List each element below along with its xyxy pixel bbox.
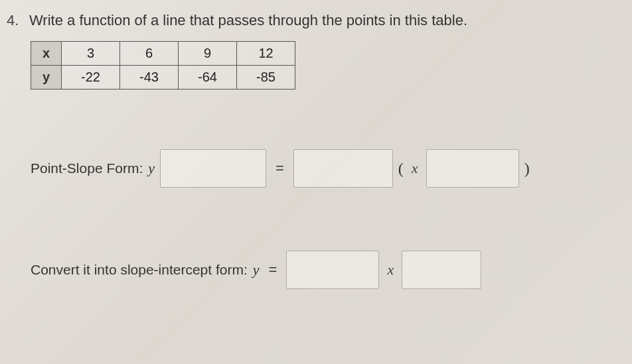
x-variable: x: [387, 261, 394, 278]
y-row-label: y: [31, 66, 62, 90]
question-text: Write a function of a line that passes t…: [29, 12, 467, 29]
equals-sign: =: [276, 160, 284, 177]
blank-input-3[interactable]: [426, 149, 519, 188]
y-cell: -22: [62, 66, 120, 90]
y-cell: -43: [120, 66, 179, 90]
y-cell: -64: [179, 66, 237, 90]
x-cell: 9: [179, 42, 237, 66]
x-row-label: x: [31, 42, 62, 66]
slope-intercept-label: Convert it into slope-intercept form:: [31, 262, 248, 278]
x-variable: x: [412, 160, 418, 177]
x-cell: 3: [62, 42, 120, 66]
y-cell: -85: [237, 66, 295, 90]
y-variable: y: [148, 160, 155, 177]
point-slope-label: Point-Slope Form:: [31, 160, 143, 176]
blank-input-2[interactable]: [293, 149, 393, 188]
y-variable: y: [253, 261, 260, 278]
question-number: 4.: [7, 12, 23, 29]
table-row: x 3 6 9 12: [31, 42, 295, 66]
close-paren: ): [524, 160, 530, 178]
table-row: y -22 -43 -64 -85: [31, 66, 295, 90]
point-slope-row: Point-Slope Form:y = (x ): [31, 149, 612, 188]
data-table: x 3 6 9 12 y -22 -43 -64 -85: [31, 41, 612, 90]
question-row: 4. Write a function of a line that passe…: [7, 12, 612, 29]
blank-input-1[interactable]: [160, 149, 266, 188]
x-cell: 12: [237, 42, 295, 66]
blank-input-5[interactable]: [402, 251, 481, 289]
equals-sign: =: [269, 261, 277, 278]
blank-input-4[interactable]: [286, 251, 379, 289]
x-cell: 6: [120, 42, 179, 66]
slope-intercept-row: Convert it into slope-intercept form:y =…: [31, 251, 612, 289]
open-paren: (: [398, 160, 404, 178]
